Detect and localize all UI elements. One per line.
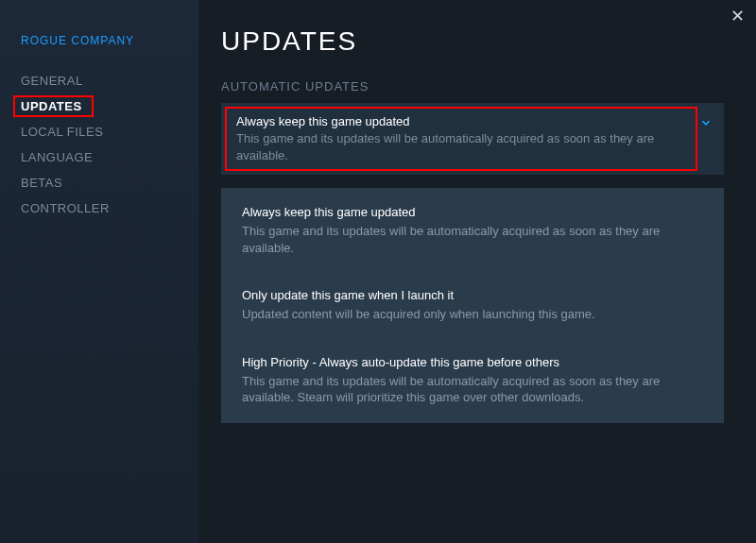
- option-always-updated[interactable]: Always keep this game updated This game …: [221, 195, 724, 265]
- sidebar: ROGUE COMPANY GENERAL UPDATES LOCAL FILE…: [0, 0, 198, 543]
- page-title: UPDATES: [221, 26, 724, 57]
- section-label-automatic-updates: AUTOMATIC UPDATES: [221, 79, 724, 93]
- option-desc: This game and its updates will be automa…: [242, 373, 703, 406]
- close-icon[interactable]: ✕: [728, 6, 747, 25]
- selected-option-desc: This game and its updates will be automa…: [236, 130, 686, 163]
- chevron-down-icon: [699, 116, 713, 132]
- sidebar-item-general[interactable]: GENERAL: [0, 68, 198, 93]
- option-title: High Priority - Always auto-update this …: [242, 355, 703, 369]
- main-content: UPDATES AUTOMATIC UPDATES Always keep th…: [198, 0, 756, 543]
- game-title: ROGUE COMPANY: [0, 34, 198, 68]
- sidebar-item-local-files[interactable]: LOCAL FILES: [0, 119, 198, 144]
- option-desc: This game and its updates will be automa…: [242, 223, 703, 256]
- sidebar-item-betas[interactable]: BETAS: [0, 170, 198, 195]
- update-mode-dropdown[interactable]: Always keep this game updated This game …: [221, 103, 724, 175]
- option-title: Only update this game when I launch it: [242, 288, 703, 302]
- selected-option-title: Always keep this game updated: [236, 114, 686, 128]
- update-mode-options-list: Always keep this game updated This game …: [221, 188, 724, 423]
- option-high-priority[interactable]: High Priority - Always auto-update this …: [221, 346, 724, 416]
- sidebar-item-updates[interactable]: UPDATES: [0, 95, 198, 117]
- option-desc: Updated content will be acquired only wh…: [242, 306, 703, 323]
- sidebar-item-updates-label: UPDATES: [13, 95, 94, 117]
- option-update-on-launch[interactable]: Only update this game when I launch it U…: [221, 279, 724, 332]
- option-title: Always keep this game updated: [242, 205, 703, 219]
- sidebar-item-language[interactable]: LANGUAGE: [0, 144, 198, 170]
- sidebar-item-controller[interactable]: CONTROLLER: [0, 195, 198, 221]
